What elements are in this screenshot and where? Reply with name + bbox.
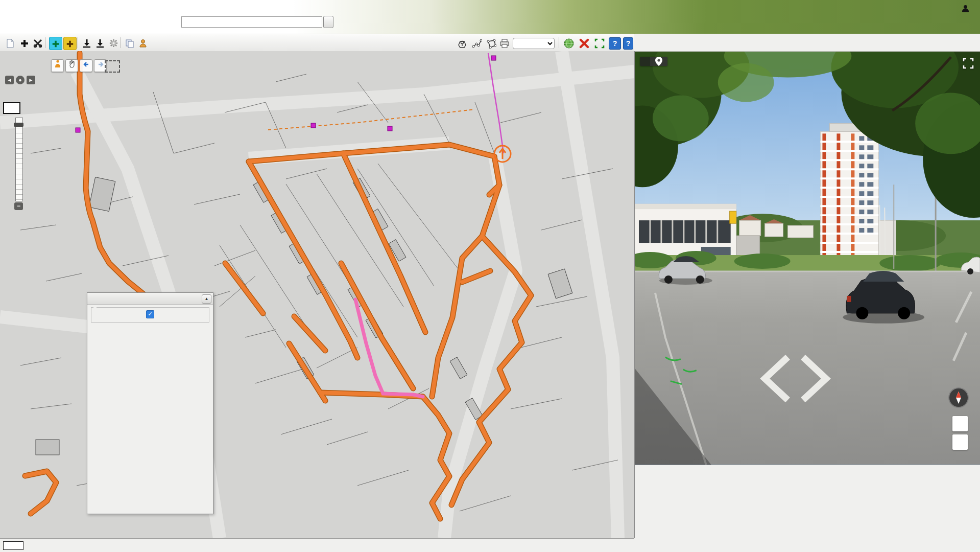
street-view-zoom-in-button[interactable]: [952, 416, 968, 431]
street-view-zoom-out-button[interactable]: [952, 434, 968, 450]
help-icon-2[interactable]: ?: [623, 37, 633, 50]
map-canvas[interactable]: ◄ ► ● − ▲ ✓: [0, 51, 635, 538]
new-document-icon[interactable]: [4, 37, 16, 49]
status-bar: [0, 538, 634, 552]
map-toolbar: ? ?: [0, 34, 634, 52]
edit-tools-icon[interactable]: [32, 37, 44, 49]
user-box: [962, 5, 974, 13]
search-button[interactable]: [323, 16, 333, 28]
pan-right-button[interactable]: ►: [27, 76, 35, 84]
export-down-icon[interactable]: [94, 37, 106, 49]
inherit-checkbox[interactable]: ✓: [146, 310, 154, 318]
map-pin-icon[interactable]: [650, 57, 667, 66]
help-icon[interactable]: ?: [609, 37, 621, 50]
legend-title[interactable]: [87, 293, 213, 305]
street-view-info-card: [640, 57, 667, 66]
fullscreen-green-icon[interactable]: [593, 37, 606, 49]
app-header: [0, 0, 980, 34]
measure-polyline-icon[interactable]: [471, 37, 483, 49]
compass-control[interactable]: [948, 387, 969, 408]
zoom-window-yellow-icon[interactable]: [63, 37, 77, 50]
select-area-tool[interactable]: [105, 60, 120, 73]
zoom-out-button[interactable]: −: [14, 202, 23, 210]
print-icon[interactable]: [498, 37, 511, 49]
pan-center-button[interactable]: ●: [16, 76, 25, 84]
copy-sheet-icon[interactable]: [124, 37, 136, 49]
right-sidebar: [635, 34, 980, 552]
import-down-icon[interactable]: [81, 37, 93, 49]
pegman-button[interactable]: [51, 59, 64, 72]
inherit-fieldset: ✓: [91, 307, 209, 323]
scale-bar: [3, 541, 23, 550]
scale-control: [511, 38, 555, 49]
user-orange-icon[interactable]: [137, 37, 149, 49]
search-input[interactable]: [181, 16, 322, 28]
pan-hand-button[interactable]: [65, 59, 78, 72]
hsoptika-app: ? ?: [0, 0, 980, 552]
street-view-panel[interactable]: [635, 52, 980, 465]
clear-red-x-icon[interactable]: [578, 37, 590, 49]
zoom-slider-track[interactable]: [15, 118, 23, 201]
history-back-button[interactable]: [80, 59, 92, 72]
legend-collapse-button[interactable]: ▲: [202, 294, 211, 304]
add-icon[interactable]: [18, 37, 31, 49]
road-sign: [3, 102, 20, 114]
user-icon: [962, 5, 969, 12]
street-view-scene: [635, 52, 980, 465]
measure-polygon-icon[interactable]: [485, 37, 497, 49]
globe-icon[interactable]: [563, 37, 575, 49]
zoom-slider-handle[interactable]: [14, 123, 23, 127]
fullscreen-icon[interactable]: [963, 58, 974, 69]
pan-left-button[interactable]: ◄: [5, 76, 14, 84]
streetview-location-icon[interactable]: [456, 37, 468, 49]
zoom-window-cyan-icon[interactable]: [49, 37, 62, 50]
settings-gear-icon[interactable]: [107, 37, 119, 49]
legend-panel: ▲ ✓: [87, 292, 213, 514]
scale-select[interactable]: [513, 38, 555, 49]
